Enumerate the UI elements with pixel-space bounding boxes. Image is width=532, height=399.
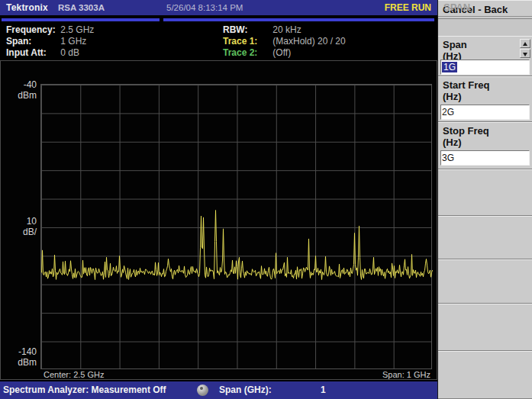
statusbar-span-value: 1 — [321, 385, 326, 395]
side-menu: SPAN Cancel - Back Span (Hz) 1G Start Fr… — [437, 0, 532, 399]
input-att-label: Input Att: — [6, 47, 58, 59]
blank-softkey-panel — [438, 169, 532, 216]
trigger-status-badge: FREE RUN — [385, 2, 431, 13]
amplitude-bottom-unit: dBm — [18, 357, 37, 368]
start-freq-label: Start Freq (Hz) — [438, 77, 532, 102]
span-annotation: Span: 1 GHz — [382, 370, 430, 379]
span-field-label: Span (Hz) — [438, 37, 532, 62]
trace2-value: (Off) — [272, 47, 291, 58]
span-row: Span: 1 GHz — [6, 36, 205, 47]
center-freq-annotation: Center: 2.5 GHz — [44, 370, 104, 379]
start-freq-value: 2G — [442, 107, 454, 117]
trace1-value: (MaxHold) 20 / 20 — [272, 36, 345, 47]
rbw-label: RBW: — [223, 24, 270, 36]
readout-strip-right — [163, 18, 434, 21]
amplitude-ref-label: -40 dBm — [1, 79, 37, 101]
span-spinner-up-button[interactable] — [520, 39, 530, 48]
brand-logo: Tektronix — [6, 2, 48, 13]
top-bar: Tektronix RSA 3303A 5/26/04 8:13:14 PM F… — [0, 0, 437, 15]
frequency-value: 2.5 GHz — [60, 24, 94, 35]
input-att-row: Input Att: 0 dB — [6, 47, 205, 59]
down-arrow-icon — [523, 53, 527, 56]
frequency-label: Frequency: — [6, 24, 58, 36]
trace2-row: Trace 2: (Off) — [223, 47, 433, 59]
input-att-value: 0 dB — [60, 47, 79, 58]
stop-freq-value: 3G — [442, 153, 454, 163]
trace2-label: Trace 2: — [223, 47, 270, 59]
rotary-knob-icon — [197, 385, 208, 396]
trace1-row: Trace 1: (MaxHold) 20 / 20 — [223, 36, 433, 47]
blank-softkey-panel — [438, 351, 532, 399]
spectrum-trace-canvas — [41, 85, 433, 370]
spectrum-display-panel: -40 dBm 10 dB/ -140 dBm Center: 2.5 GHz … — [0, 60, 437, 380]
amplitude-ref-unit: dBm — [18, 90, 37, 101]
stop-freq-label: Stop Freq (Hz) — [438, 123, 532, 148]
readout-strip-left — [2, 18, 160, 21]
amplitude-scale-unit: dB/ — [23, 227, 37, 237]
start-freq-input[interactable]: 2G — [440, 105, 530, 120]
frequency-row: Frequency: 2.5 GHz — [6, 24, 205, 36]
trace1-label: Trace 1: — [223, 36, 270, 47]
model-label: RSA 3303A — [58, 3, 105, 12]
amplitude-ref-value: -40 — [24, 79, 37, 90]
span-value: 1 GHz — [60, 36, 86, 47]
knob-indicator-dot — [200, 387, 203, 390]
readout-left-column: Frequency: 2.5 GHz Span: 1 GHz Input Att… — [6, 24, 205, 59]
span-spinner-down-button[interactable] — [520, 49, 530, 58]
blank-softkey-panel — [438, 216, 532, 259]
mode-status-text: Spectrum Analyzer: Measurement Off — [3, 385, 166, 395]
rbw-row: RBW: 20 kHz — [223, 24, 433, 36]
start-freq-label-text: Start Freq — [443, 79, 489, 91]
amplitude-bottom-value: -140 — [18, 346, 37, 357]
amplitude-bottom-label: -140 dBm — [1, 346, 37, 368]
rbw-value: 20 kHz — [272, 24, 301, 35]
span-input[interactable]: 1G — [440, 60, 530, 75]
span-label: Span: — [6, 36, 58, 47]
span-field-panel: Span (Hz) 1G — [438, 36, 532, 76]
stop-freq-label-text: Stop Freq — [443, 125, 489, 137]
amplitude-scale-value: 10 — [27, 216, 37, 227]
span-spinner — [520, 39, 530, 59]
readout-panel: Frequency: 2.5 GHz Span: 1 GHz Input Att… — [0, 15, 437, 60]
up-arrow-icon — [523, 42, 527, 46]
start-freq-unit: (Hz) — [443, 91, 462, 102]
span-input-value: 1G — [442, 62, 457, 72]
blank-softkey-panel — [438, 304, 532, 351]
readout-right-column: RBW: 20 kHz Trace 1: (MaxHold) 20 / 20 T… — [223, 24, 433, 59]
datetime-label: 5/26/04 8:13:14 PM — [166, 3, 243, 12]
graticule — [40, 84, 432, 369]
span-field-label-text: Span — [443, 39, 467, 50]
side-menu-title: SPAN — [438, 0, 532, 17]
statusbar-span-label: Span (GHz): — [219, 385, 272, 395]
status-bar: Spectrum Analyzer: Measurement Off Span … — [0, 381, 437, 399]
blank-softkey-panel — [438, 259, 532, 304]
amplitude-scale-label: 10 dB/ — [1, 216, 37, 237]
start-freq-panel: Start Freq (Hz) 2G — [438, 76, 532, 122]
stop-freq-panel: Stop Freq (Hz) 3G — [438, 122, 532, 169]
rsa3303a-screen: Tektronix RSA 3303A 5/26/04 8:13:14 PM F… — [0, 0, 532, 399]
stop-freq-unit: (Hz) — [443, 137, 462, 148]
stop-freq-input[interactable]: 3G — [440, 150, 530, 166]
